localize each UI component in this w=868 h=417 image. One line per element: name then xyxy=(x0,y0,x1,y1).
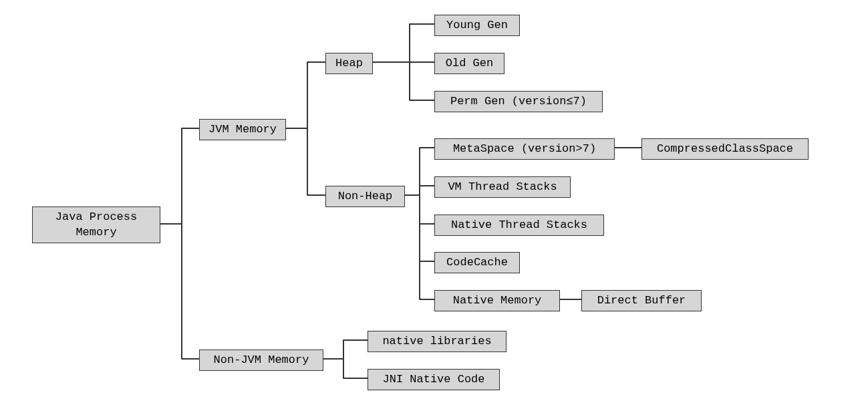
jvm-label: JVM Memory xyxy=(208,122,277,137)
nativelibs-label: native libraries xyxy=(382,334,491,349)
vmstacks-label: VM Thread Stacks xyxy=(448,180,557,194)
node-metaspace: MetaSpace (version>7) xyxy=(434,138,615,160)
node-heap: Heap xyxy=(325,53,373,74)
node-codecache: CodeCache xyxy=(434,252,520,273)
node-perm: Perm Gen (version≤7) xyxy=(434,91,603,112)
node-old: Old Gen xyxy=(434,53,504,74)
heap-label: Heap xyxy=(335,56,363,71)
metaspace-label: MetaSpace (version>7) xyxy=(453,142,596,156)
node-vmstacks: VM Thread Stacks xyxy=(434,176,571,198)
jni-label: JNI Native Code xyxy=(382,372,484,387)
nonjvm-label: Non-JVM Memory xyxy=(214,353,309,368)
nativemem-label: Native Memory xyxy=(453,293,542,308)
node-nonjvm: Non-JVM Memory xyxy=(199,350,323,371)
nativestacks-label: Native Thread Stacks xyxy=(451,218,587,233)
node-nativestacks: Native Thread Stacks xyxy=(434,215,604,236)
old-label: Old Gen xyxy=(446,56,493,71)
node-jvm: JVM Memory xyxy=(199,119,286,140)
codecache-label: CodeCache xyxy=(446,255,508,270)
root-label-1: Java Process xyxy=(55,210,137,225)
node-nativelibs: native libraries xyxy=(368,331,507,352)
young-label: Young Gen xyxy=(446,18,508,33)
node-directbuf: Direct Buffer xyxy=(581,290,702,311)
nonheap-label: Non-Heap xyxy=(338,189,393,204)
node-nativemem: Native Memory xyxy=(434,290,560,311)
node-young: Young Gen xyxy=(434,15,520,36)
compressed-label: CompressedClassSpace xyxy=(657,142,793,156)
node-nonheap: Non-Heap xyxy=(325,186,405,207)
node-root: Java Process Memory xyxy=(32,206,160,243)
node-compressed: CompressedClassSpace xyxy=(641,138,809,160)
directbuf-label: Direct Buffer xyxy=(597,293,686,308)
perm-label: Perm Gen (version≤7) xyxy=(450,94,587,109)
root-label-2: Memory xyxy=(76,225,116,240)
node-jni: JNI Native Code xyxy=(368,369,500,390)
